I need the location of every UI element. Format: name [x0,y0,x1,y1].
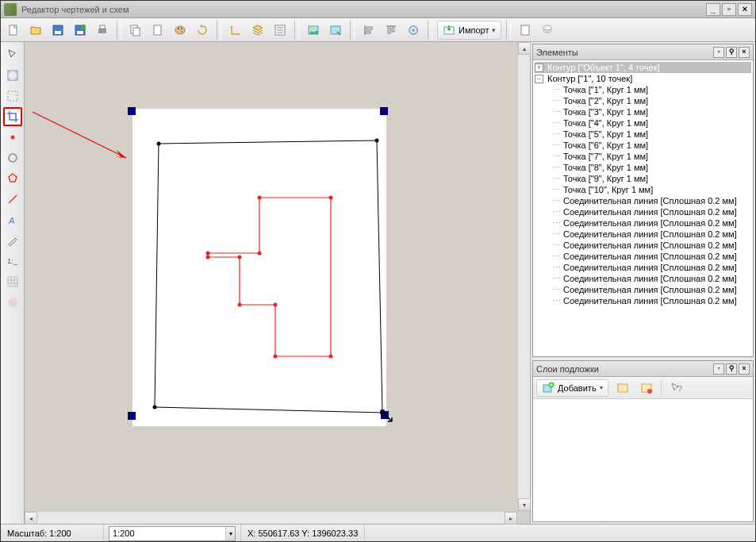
point-tool[interactable] [3,128,22,147]
scrollbar-horizontal[interactable]: ◂ ▸ [25,511,517,524]
panel-dock-button[interactable]: ▫ [713,47,724,58]
tree-item-point[interactable]: ⋯Точка ["8", Круг 1 мм] [535,162,751,173]
zoom-combo[interactable]: ▾ [109,526,236,541]
svg-point-49 [258,196,262,200]
zoom-extents-tool[interactable] [3,66,22,85]
layers-list[interactable] [533,399,753,521]
text-tool[interactable]: A [3,210,22,229]
open-button[interactable] [26,21,45,40]
zoom-dropdown-button[interactable]: ▾ [225,527,235,540]
align-top-button[interactable] [382,21,401,40]
crop-tool[interactable] [3,107,22,126]
zoom-window-tool[interactable] [3,86,22,106]
close-button[interactable]: × [738,3,752,16]
rotate-button[interactable] [193,21,212,40]
elements-tree[interactable]: + Контур ["Объект 1", 4 точек] − Контур … [533,60,753,356]
tree-item-point[interactable]: ⋯Точка ["7", Круг 1 мм] [535,151,751,162]
doc1-button[interactable] [516,21,535,40]
minimize-button[interactable]: _ [706,3,720,16]
tree-item-point[interactable]: ⋯Точка ["2", Круг 1 мм] [535,95,751,106]
title-bar: Редактор чертежей и схем _ ▫ × [1,1,755,18]
grid-tool[interactable] [3,272,22,291]
copy-button[interactable] [126,21,145,40]
scroll-up-button[interactable]: ▴ [518,42,531,55]
tree-item-point[interactable]: ⋯Точка ["6", Круг 1 мм] [535,140,751,151]
tree-item-line[interactable]: ⋯Соединительная линия [Сплошная 0.2 мм] [535,262,751,273]
svg-point-35 [9,154,17,162]
panel-pin-button[interactable]: ⚲ [726,47,737,58]
scroll-right-button[interactable]: ▸ [505,512,517,525]
image-tool-button[interactable] [326,21,345,40]
layers-button[interactable] [248,21,267,40]
layers-panel-title: Слои подложки [536,364,712,374]
layer-props-button[interactable] [637,379,656,398]
pointer-help-button[interactable]: ? [666,379,685,398]
collapse-icon[interactable]: − [535,75,543,83]
svg-rect-33 [8,91,17,101]
app-icon [4,3,17,16]
save-as-button[interactable] [71,21,90,40]
svg-point-20 [311,28,313,30]
circle2-tool[interactable] [3,293,22,312]
svg-point-43 [8,298,17,307]
import-button[interactable]: Импорт ▾ [437,21,501,40]
tree-item-point[interactable]: ⋯Точка ["5", Круг 1 мм] [535,129,751,140]
settings-button[interactable] [404,21,423,40]
tree-item-point[interactable]: ⋯Точка ["3", Круг 1 мм] [535,106,751,117]
svg-point-11 [175,26,185,34]
axes-button[interactable] [226,21,245,40]
align-left-button[interactable] [359,21,378,40]
circle-tool[interactable] [3,148,22,167]
scale-tool[interactable]: 1:_ [3,252,22,271]
selection-handle-tr[interactable] [380,107,388,115]
panel-close-button[interactable]: × [739,363,750,375]
panel-pin-button[interactable]: ⚲ [726,363,737,375]
scroll-down-button[interactable]: ▾ [518,498,531,511]
save-button[interactable] [48,21,67,40]
tree-item-line[interactable]: ⋯Соединительная линия [Сплошная 0.2 мм] [535,195,751,206]
line-tool[interactable] [3,190,22,209]
tree-item-line[interactable]: ⋯Соединительная линия [Сплошная 0.2 мм] [535,273,751,284]
canvas-area[interactable]: ▴ ▾ ◂ ▸ [25,42,530,524]
maximize-button[interactable]: ▫ [722,3,736,16]
pen-tool[interactable] [3,231,22,250]
tree-item-point[interactable]: ⋯Точка ["10", Круг 1 мм] [535,184,751,195]
image-settings-button[interactable] [304,21,323,40]
add-layer-button[interactable]: Добавить ▾ [536,379,608,397]
zoom-input[interactable] [109,529,225,538]
list-button[interactable] [271,21,290,40]
svg-rect-6 [98,29,106,33]
doc2-button[interactable] [538,21,557,40]
svg-point-58 [258,252,262,256]
scroll-left-button[interactable]: ◂ [25,512,37,525]
tree-item-contour1[interactable]: + Контур ["Объект 1", 4 точек] [535,62,751,73]
layers-panel: Слои подложки ▫ ⚲ × Добавить ▾ ? [532,360,754,522]
tree-item-line[interactable]: ⋯Соединительная линия [Сплошная 0.2 мм] [535,217,751,229]
layer-edit-button[interactable] [613,379,632,398]
expand-icon[interactable]: + [535,63,543,72]
paste-button[interactable] [148,21,167,40]
print-button[interactable] [93,21,112,40]
svg-point-5 [81,25,86,29]
polygon-tool[interactable] [3,169,22,188]
svg-rect-63 [618,384,627,392]
tree-item-line[interactable]: ⋯Соединительная линия [Сплошная 0.2 мм] [535,206,751,217]
svg-rect-38 [8,277,17,286]
tree-item-contour2[interactable]: − Контур ["1", 10 точек] [535,73,751,84]
tree-item-line[interactable]: ⋯Соединительная линия [Сплошная 0.2 мм] [535,284,751,295]
scrollbar-vertical[interactable]: ▴ ▾ [517,42,530,511]
select-tool[interactable] [3,45,22,64]
tree-item-line[interactable]: ⋯Соединительная линия [Сплошная 0.2 мм] [535,229,751,240]
selection-handle-bl[interactable] [128,412,136,420]
tree-item-point[interactable]: ⋯Точка ["9", Круг 1 мм] [535,173,751,184]
tree-item-point[interactable]: ⋯Точка ["1", Круг 1 мм] [535,84,751,95]
palette-button[interactable] [171,21,190,40]
tree-item-line[interactable]: ⋯Соединительная линия [Сплошная 0.2 мм] [535,295,751,306]
tree-item-point[interactable]: ⋯Точка ["4", Круг 1 мм] [535,117,751,129]
tree-item-line[interactable]: ⋯Соединительная линия [Сплошная 0.2 мм] [535,251,751,262]
tree-item-line[interactable]: ⋯Соединительная линия [Сплошная 0.2 мм] [535,240,751,251]
import-label: Импорт [459,25,489,35]
panel-dock-button[interactable]: ▫ [713,363,724,375]
new-button[interactable] [4,21,23,40]
panel-close-button[interactable]: × [739,47,750,58]
